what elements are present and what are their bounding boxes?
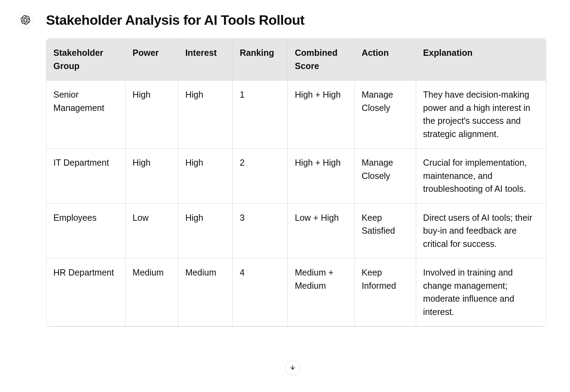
arrow-down-icon xyxy=(289,364,296,372)
col-header-action: Action xyxy=(354,39,416,81)
cell-score: Low + High xyxy=(288,203,354,258)
cell-power: Medium xyxy=(126,258,178,326)
cell-interest: Medium xyxy=(178,258,233,326)
cell-explanation: Direct users of AI tools; their buy-in a… xyxy=(416,203,546,258)
cell-explanation: Involved in training and change manageme… xyxy=(416,258,546,326)
cell-interest: High xyxy=(178,203,233,258)
assistant-avatar xyxy=(17,13,33,29)
cell-action: Keep Satisfied xyxy=(354,203,416,258)
cell-interest: High xyxy=(178,149,233,204)
table-row: HR Department Medium Medium 4 Medium + M… xyxy=(46,258,546,326)
document-container: Stakeholder Analysis for AI Tools Rollou… xyxy=(0,0,570,327)
col-header-group: Stakeholder Group xyxy=(46,39,126,81)
cell-score: High + High xyxy=(288,81,354,149)
cell-group: HR Department xyxy=(46,258,126,326)
openai-logo-icon xyxy=(21,15,30,26)
stakeholder-table: Stakeholder Group Power Interest Ranking… xyxy=(46,39,546,326)
cell-explanation: They have decision-making power and a hi… xyxy=(416,81,546,149)
cell-ranking: 3 xyxy=(233,203,288,258)
col-header-power: Power xyxy=(126,39,178,81)
col-header-interest: Interest xyxy=(178,39,233,81)
cell-ranking: 1 xyxy=(233,81,288,149)
cell-group: IT Department xyxy=(46,149,126,204)
cell-power: High xyxy=(126,81,178,149)
cell-action: Keep Informed xyxy=(354,258,416,326)
cell-group: Employees xyxy=(46,203,126,258)
cell-score: High + High xyxy=(288,149,354,204)
cell-power: Low xyxy=(126,203,178,258)
col-header-explanation: Explanation xyxy=(416,39,546,81)
page-title: Stakeholder Analysis for AI Tools Rollou… xyxy=(46,13,570,28)
table-header-row: Stakeholder Group Power Interest Ranking… xyxy=(46,39,546,81)
col-header-score: Combined Score xyxy=(288,39,354,81)
scroll-down-button[interactable] xyxy=(285,361,300,375)
table-row: Employees Low High 3 Low + High Keep Sat… xyxy=(46,203,546,258)
cell-score: Medium + Medium xyxy=(288,258,354,326)
table-row: IT Department High High 2 High + High Ma… xyxy=(46,149,546,204)
document-content: Stakeholder Analysis for AI Tools Rollou… xyxy=(46,13,570,327)
cell-group: Senior Management xyxy=(46,81,126,149)
cell-action: Manage Closely xyxy=(354,81,416,149)
cell-ranking: 4 xyxy=(233,258,288,326)
cell-interest: High xyxy=(178,81,233,149)
cell-power: High xyxy=(126,149,178,204)
cell-action: Manage Closely xyxy=(354,149,416,204)
col-header-ranking: Ranking xyxy=(233,39,288,81)
stakeholder-table-wrapper: Stakeholder Group Power Interest Ranking… xyxy=(46,38,546,327)
cell-ranking: 2 xyxy=(233,149,288,204)
cell-explanation: Crucial for implementation, maintenance,… xyxy=(416,149,546,204)
table-row: Senior Management High High 1 High + Hig… xyxy=(46,81,546,149)
